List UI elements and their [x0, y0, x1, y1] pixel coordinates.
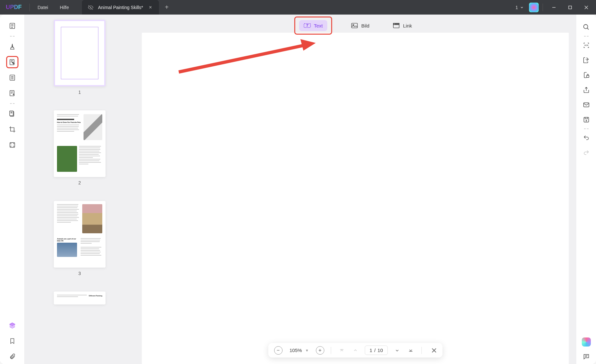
- thumbnail-item[interactable]: Different Painting: [54, 292, 106, 304]
- redo-button[interactable]: [581, 147, 592, 158]
- email-button[interactable]: [581, 99, 592, 110]
- organize-pages-tool[interactable]: [6, 72, 18, 84]
- redact-tool[interactable]: [6, 108, 18, 120]
- prev-page-button[interactable]: [351, 346, 360, 355]
- crop-tool[interactable]: [6, 123, 18, 136]
- divider: [29, 4, 30, 11]
- text-icon: T: [303, 23, 310, 28]
- tab-close-button[interactable]: ×: [148, 5, 153, 10]
- close-zoom-bar-button[interactable]: [428, 348, 437, 353]
- thumbnail-panel: 1 How to Draw Our Favorite Pets: [25, 15, 135, 364]
- workspace: 1 How to Draw Our Favorite Pets: [0, 15, 596, 364]
- edit-pdf-tool[interactable]: [6, 56, 18, 68]
- image-icon: [351, 23, 358, 28]
- page-canvas[interactable]: [142, 33, 569, 364]
- page-thumbnail-2[interactable]: How to Draw Our Favorite Pets: [54, 110, 106, 177]
- chat-button[interactable]: [581, 351, 592, 362]
- divider: [543, 4, 543, 11]
- window-count[interactable]: 1: [515, 5, 524, 10]
- tab-title: Animal Painting Skills*: [98, 5, 143, 10]
- edit-toolbar: T Text Bild Link: [294, 17, 416, 35]
- compress-tool[interactable]: [6, 139, 18, 151]
- svg-rect-1: [569, 6, 572, 9]
- total-pages: 10: [377, 347, 383, 353]
- page-thumbnail-1[interactable]: [54, 20, 106, 86]
- page-thumbnail-4[interactable]: Different Painting: [54, 292, 106, 304]
- close-window-button[interactable]: [579, 3, 593, 12]
- thumbnail-item[interactable]: How to Draw Our Favorite Pets: [54, 110, 106, 185]
- reader-tool[interactable]: [6, 20, 18, 32]
- page-separator: /: [374, 347, 376, 353]
- separator: [10, 36, 15, 37]
- menu-help[interactable]: Hilfe: [54, 5, 75, 10]
- search-button[interactable]: [581, 22, 592, 33]
- protect-button[interactable]: [581, 70, 592, 81]
- thumbnail-item[interactable]: Animals are a part of our daily life 3: [54, 201, 106, 276]
- undo-button[interactable]: [581, 132, 592, 143]
- svg-text:T: T: [306, 24, 309, 28]
- caret-down-icon: ▼: [305, 348, 309, 352]
- layers-tool[interactable]: [6, 319, 18, 332]
- maximize-button[interactable]: [563, 3, 577, 12]
- ai-assistant-button[interactable]: [582, 337, 591, 347]
- zoom-value-dropdown[interactable]: 105% ▼: [287, 347, 310, 353]
- separator: [10, 103, 15, 104]
- svg-point-31: [583, 25, 588, 29]
- highlight-annotation: T Text: [294, 17, 332, 35]
- add-image-button[interactable]: Bild: [346, 20, 374, 31]
- minimize-button[interactable]: [547, 3, 561, 12]
- left-tool-rail: [0, 15, 25, 364]
- separator: [584, 128, 589, 129]
- comment-tool[interactable]: [6, 40, 18, 53]
- separator: [584, 36, 589, 37]
- zoom-in-button[interactable]: +: [316, 346, 324, 355]
- save-button[interactable]: [581, 114, 592, 125]
- share-button[interactable]: [581, 84, 592, 95]
- fill-sign-tool[interactable]: [6, 87, 18, 99]
- new-tab-button[interactable]: +: [165, 4, 169, 11]
- titlebar: UPDF Datei Hilfe Animal Painting Skills*…: [0, 0, 596, 15]
- link-icon: [393, 23, 400, 28]
- add-link-label: Link: [403, 23, 412, 28]
- thumb-heading-text: Animals are a part of our daily life: [57, 238, 79, 242]
- separator: [422, 347, 422, 354]
- thumb-heading: [57, 119, 74, 120]
- thumb-heading-text: How to Draw Our Favorite Pets: [57, 122, 82, 124]
- attachment-tool[interactable]: [6, 350, 18, 363]
- thumbnail-item[interactable]: 1: [54, 20, 106, 95]
- separator: [331, 347, 331, 354]
- svg-point-26: [394, 24, 395, 24]
- ocr-button[interactable]: OCR: [581, 40, 592, 51]
- user-avatar[interactable]: [529, 3, 539, 12]
- page-number: 2: [78, 180, 81, 185]
- menu-file[interactable]: Datei: [32, 5, 54, 10]
- titlebar-right: 1: [515, 3, 596, 12]
- convert-button[interactable]: [581, 55, 592, 66]
- last-page-button[interactable]: [407, 346, 415, 355]
- svg-line-32: [587, 28, 589, 30]
- main-document-area: T Text Bild Link: [135, 15, 576, 364]
- add-text-button[interactable]: T Text: [299, 20, 327, 31]
- app-logo[interactable]: UPDF: [0, 4, 28, 11]
- add-image-label: Bild: [361, 23, 369, 28]
- thumb-image: [57, 243, 77, 257]
- thumb-image: [57, 146, 77, 172]
- zoom-out-button[interactable]: −: [274, 346, 282, 355]
- current-page: 1: [370, 347, 372, 353]
- zoom-toolbar: − 105% ▼ + 1 / 10: [268, 343, 442, 358]
- add-text-label: Text: [314, 23, 323, 28]
- thumb-image: [82, 204, 102, 233]
- add-link-button[interactable]: Link: [388, 20, 417, 31]
- svg-rect-22: [352, 23, 357, 28]
- next-page-button[interactable]: [393, 346, 401, 355]
- page-indicator[interactable]: 1 / 10: [365, 346, 388, 355]
- zoom-value: 105%: [289, 347, 302, 353]
- document-tab[interactable]: Animal Painting Skills* ×: [82, 0, 159, 15]
- window-count-value: 1: [515, 5, 518, 10]
- first-page-button[interactable]: [338, 346, 346, 355]
- thumb-image: [84, 114, 102, 140]
- bookmark-tool[interactable]: [6, 335, 18, 347]
- page-number: 3: [78, 271, 81, 276]
- page-thumbnail-3[interactable]: Animals are a part of our daily life: [54, 201, 106, 268]
- svg-rect-34: [586, 75, 589, 77]
